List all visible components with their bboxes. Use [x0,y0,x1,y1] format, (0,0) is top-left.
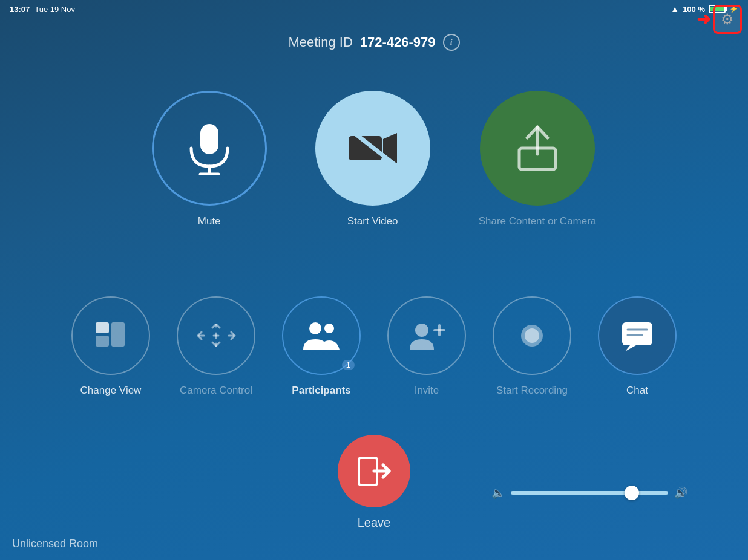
meeting-label: Meeting ID [288,34,352,50]
chat-control[interactable]: Chat [598,296,677,397]
svg-rect-9 [96,336,109,347]
leave-button[interactable] [338,435,410,507]
volume-slider[interactable] [511,491,668,495]
svg-rect-20 [622,322,652,345]
info-button[interactable]: i [443,34,460,51]
settings-button[interactable]: ⚙ [713,5,742,34]
change-view-label: Change View [80,385,142,397]
share-label: Share Content or Camera [479,215,597,227]
participant-count: 1 [342,360,355,370]
svg-rect-10 [111,322,125,347]
mute-label: Mute [198,215,221,227]
gear-icon: ⚙ [721,11,734,28]
participants-label: Participants [292,385,350,397]
participants-control[interactable]: 1 Participants [282,296,361,397]
leave-label: Leave [358,516,391,530]
svg-marker-21 [625,345,636,351]
mute-button[interactable] [152,91,267,206]
chat-button[interactable] [598,296,677,375]
svg-point-14 [324,324,334,333]
svg-point-13 [309,322,321,334]
camera-control-item[interactable]: Camera Control [177,296,255,397]
svg-rect-0 [200,124,218,154]
change-view-control[interactable]: Change View [71,296,150,397]
wifi-icon: ▲ [671,4,679,14]
participants-icon [300,319,343,353]
meeting-id: 172-426-979 [360,34,436,50]
change-view-icon [93,319,129,353]
video-button[interactable] [315,91,430,206]
share-button[interactable] [480,91,595,206]
share-control[interactable]: Share Content or Camera [479,91,597,227]
status-bar: 13:07 Tue 19 Nov ▲ 100 % ⚡ [0,0,748,18]
invite-icon [407,319,447,353]
video-control[interactable]: Start Video [315,91,430,227]
main-controls-row2: Change View Camera Control [0,296,748,397]
participants-button[interactable]: 1 [282,296,361,375]
room-name: Unlicensed Room [12,538,98,550]
volume-thumb[interactable] [625,486,639,500]
recording-button[interactable] [493,296,571,375]
settings-area: ➜ ⚙ [697,5,742,34]
leave-icon [356,455,392,488]
record-icon [517,321,547,351]
volume-low-icon: 🔈 [491,486,505,500]
status-date: Tue 19 Nov [34,5,75,14]
microphone-icon [188,121,231,175]
video-off-icon [346,127,400,169]
camera-control-label: Camera Control [180,385,252,397]
invite-label: Invite [415,385,439,397]
share-icon [510,121,565,175]
chat-icon [619,319,655,353]
meeting-header: Meeting ID 172-426-979 i [0,34,748,51]
recording-control[interactable]: Start Recording [493,296,571,397]
volume-high-icon: 🔊 [674,486,687,500]
red-arrow: ➜ [697,11,710,28]
video-label: Start Video [347,215,398,227]
invite-button[interactable] [387,296,466,375]
recording-label: Start Recording [496,385,568,397]
camera-control-icon [197,324,236,348]
main-controls-row1: Mute Start Video Share Co [0,91,748,227]
chat-label: Chat [626,385,648,397]
svg-rect-8 [96,322,109,333]
status-time: 13:07 [10,5,30,14]
bottom-area: Leave [0,435,748,530]
volume-row: 🔈 🔊 [491,486,687,500]
change-view-button[interactable] [71,296,150,375]
invite-control[interactable]: Invite [387,296,466,397]
camera-control-button[interactable] [177,296,255,375]
mute-control[interactable]: Mute [152,91,267,227]
svg-point-19 [525,328,539,343]
svg-point-15 [415,324,428,337]
